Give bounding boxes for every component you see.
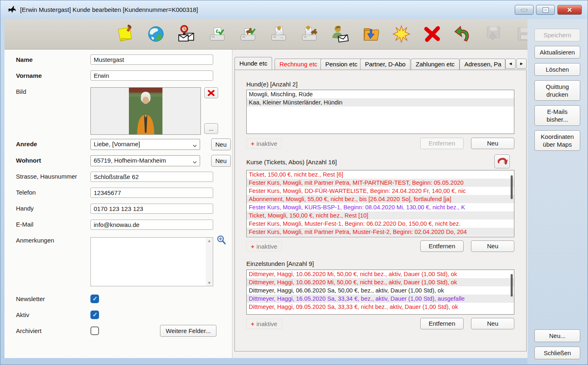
tab-label: Hunde etc <box>239 60 267 67</box>
list-item[interactable]: Fester Kurs, Mowgli, mit Partner Petra, … <box>247 228 514 236</box>
email-person-icon[interactable] <box>331 23 349 45</box>
dogs-controls: +inaktive Entfernen Neu <box>246 138 514 149</box>
name-input[interactable]: Mustergast <box>90 54 213 65</box>
anrede-select[interactable]: Liebe, [Vorname] <box>90 139 200 150</box>
loeschen-button[interactable]: Löschen <box>534 63 580 76</box>
dogs-listbox[interactable]: Mowgli, Mischling, Rüde Kaa, Kleiner Mün… <box>246 90 514 134</box>
weitere-felder-button[interactable]: Weitere Felder... <box>160 325 216 337</box>
tab-zahlungen-etc[interactable]: Zahlungen etc <box>411 59 460 70</box>
list-item[interactable]: Fester Kurs, Mowgli, mit Partner Petra, … <box>247 179 514 187</box>
list-item[interactable]: Dittmeyer, Haggi, 10.06.2020 Mi, 50,00 €… <box>247 270 514 278</box>
lessons-listbox[interactable]: Dittmeyer, Haggi, 10.06.2020 Mi, 50,00 €… <box>246 270 514 315</box>
print-person-icon[interactable] <box>269 23 288 45</box>
tab-page-hunde: Hund(e) [Anzahl 2] Mowgli, Mischling, Rü… <box>234 70 527 351</box>
undo-icon[interactable] <box>453 23 472 45</box>
koordinaten-maps-button[interactable]: Koordinaten über Maps <box>534 130 580 151</box>
list-item[interactable]: Dittmeyer, Haggi, 09.05.2020 Sa, 33,33 €… <box>247 303 514 311</box>
courses-neu-button[interactable]: Neu <box>471 240 514 252</box>
delete-x-icon[interactable] <box>423 23 442 45</box>
list-item[interactable]: Dittmeyer, Haggi, 10.06.2020 Mi, 50,00 €… <box>247 278 514 286</box>
zoom-notes-icon[interactable] <box>216 235 227 245</box>
inactive-label: inaktive <box>257 320 277 327</box>
list-item[interactable]: Fester Kurs, Mowgli, DD-FÜR-WARTELISTE, … <box>247 187 514 195</box>
newsletter-checkbox[interactable] <box>90 295 99 303</box>
dogs-neu-button[interactable]: Neu <box>471 138 514 149</box>
archiviert-checkbox[interactable] <box>90 326 99 335</box>
tab-scroll-right-icon[interactable]: ► <box>516 59 527 69</box>
photo-image <box>129 88 162 134</box>
newsletter-label: Newsletter <box>16 295 45 302</box>
globe-icon[interactable] <box>146 23 165 45</box>
lessons-controls: +inaktive Entfernen Neu <box>246 318 514 329</box>
scroll-up-icon[interactable]: ▲ <box>207 238 212 243</box>
close-button[interactable]: ✕ <box>557 5 582 15</box>
list-item[interactable]: Ticket, 150,00 €, nicht bez., Rest [6] <box>247 170 514 179</box>
app-window: [Erwin Mustergast] Kunde bearbeiten [Kun… <box>0 0 588 365</box>
tab-partner-dabo[interactable]: Partner, D-Abo <box>360 59 410 70</box>
courses-header: Kurse (Tickets, Abos) [Anzahl 16] <box>246 159 337 165</box>
print-dog-icon[interactable] <box>239 23 257 45</box>
tab-hunde-etc[interactable]: Hunde etc <box>234 57 272 70</box>
anmerkungen-textarea[interactable]: ▲ ▼ <box>90 237 213 286</box>
wohnort-neu-button[interactable]: Neu <box>211 155 231 167</box>
close-icon: ✕ <box>567 6 572 14</box>
vorname-input[interactable]: Erwin <box>90 70 213 81</box>
lessons-inactive-toggle[interactable]: +inaktive <box>246 319 282 329</box>
scroll-down-icon[interactable]: ▼ <box>207 281 212 285</box>
plus-icon: + <box>251 320 255 327</box>
courses-entfernen-button[interactable]: Entfernen <box>420 240 464 252</box>
emails-bisher-button[interactable]: E-Mails bisher... <box>534 105 580 126</box>
anrede-neu-button[interactable]: Neu <box>211 138 231 150</box>
notes-scrollbar[interactable]: ▲ ▼ <box>206 238 213 286</box>
emails-blocked-icon[interactable] <box>177 23 196 45</box>
schliessen-button[interactable]: Schließen <box>534 347 580 359</box>
list-item[interactable]: Abonnement, Mowgli, 55,00 €, nicht bez.,… <box>247 236 514 237</box>
handy-label: Handy <box>16 205 34 212</box>
tab-scroll-left-icon[interactable]: ◄ <box>505 59 516 69</box>
list-item[interactable]: Fester Kurs, Mowgli, KURS-BSP-1, Beginn:… <box>247 203 514 211</box>
email-input[interactable]: info@knowau.de <box>90 220 213 230</box>
tab-pension-etc[interactable]: Pension etc <box>320 59 362 70</box>
list-item[interactable]: Ticket, Mowgli, 150,00 €, nicht bez., Re… <box>247 211 514 220</box>
aktualisieren-button[interactable]: Aktualisieren <box>534 46 580 59</box>
lessons-entfernen-button[interactable]: Entfernen <box>420 318 464 329</box>
courses-scrollbar[interactable] <box>511 175 513 199</box>
print-invoice-icon[interactable]: € <box>208 23 227 45</box>
list-item[interactable]: Mowgli, Mischling, Rüde <box>247 90 514 98</box>
dogs-inactive-toggle[interactable]: +inaktive <box>246 138 282 149</box>
telefon-input[interactable]: 12345677 <box>90 188 213 198</box>
folder-import-icon[interactable] <box>361 23 380 45</box>
list-item[interactable]: Kaa, Kleiner Münsterländer, Hündin <box>247 98 514 107</box>
lessons-neu-button[interactable]: Neu <box>471 318 514 329</box>
new-star-icon[interactable] <box>392 23 411 45</box>
app-dog-icon <box>7 5 16 15</box>
list-item[interactable]: Fester Kurs, Mowgli, Muster-Fest-1, Begi… <box>247 220 514 228</box>
note-icon[interactable] <box>116 23 135 45</box>
list-item[interactable]: Dittmeyer, Haggi, 06.06.2020 Sa, 50,00 €… <box>247 286 514 295</box>
neu-button[interactable]: Neu... <box>534 329 580 342</box>
handy-input[interactable]: 0170 123 123 123 <box>90 204 213 214</box>
strasse-input[interactable]: Schloßstraße 62 <box>90 172 213 182</box>
remove-photo-button[interactable] <box>204 87 218 98</box>
courses-action-button[interactable] <box>494 154 510 168</box>
minimize-button[interactable] <box>515 5 534 15</box>
dogs-entfernen-button: Entfernen <box>420 138 464 149</box>
lessons-header: Einzelstunden [Anzahl 9] <box>246 260 314 267</box>
tab-adressen[interactable]: Adressen, Pa <box>460 59 505 70</box>
wohnort-select[interactable]: 65719, Hofheim-Marxheim <box>90 155 200 166</box>
wohnort-label: Wohnort <box>16 157 41 164</box>
aktiv-checkbox[interactable] <box>90 311 99 319</box>
wohnort-value: 65719, Hofheim-Marxheim <box>94 157 166 164</box>
browse-photo-button[interactable]: ... <box>204 123 218 134</box>
lessons-scrollbar[interactable] <box>511 274 513 297</box>
courses-listbox[interactable]: Ticket, 150,00 €, nicht bez., Rest [6] F… <box>246 170 514 237</box>
quittung-drucken-button[interactable]: Quittung drucken <box>534 80 580 101</box>
maximize-button[interactable] <box>536 5 555 15</box>
print-person-dog-icon[interactable] <box>300 23 319 45</box>
name-label: Name <box>16 56 33 63</box>
courses-inactive-toggle[interactable]: +inaktive <box>246 241 282 252</box>
svg-text:€: € <box>216 29 219 34</box>
list-item[interactable]: Abonnement, Mowgli, 55,00 €, nicht bez.,… <box>247 195 514 203</box>
tab-rechnung-etc[interactable]: Rechnung etc <box>275 59 322 70</box>
list-item[interactable]: Dittmeyer, Haggi, 16.05.2020 Sa, 33,34 €… <box>247 295 514 303</box>
